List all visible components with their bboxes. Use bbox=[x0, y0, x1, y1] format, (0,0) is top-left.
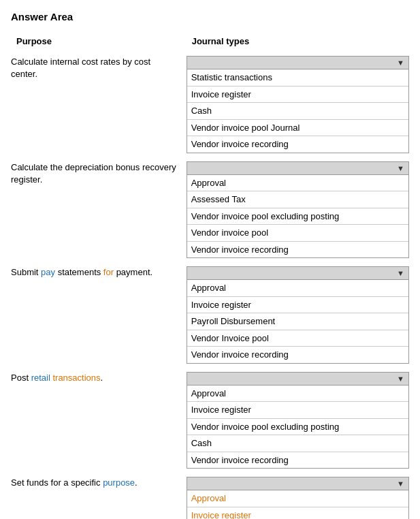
purpose-text: Post bbox=[11, 373, 31, 383]
table-row: Post retail transactions.▼ApprovalInvoic… bbox=[11, 368, 409, 473]
purpose-text: Set funds for a specific bbox=[11, 477, 103, 488]
purpose-cell-1: Calculate internal cost rates by cost ce… bbox=[11, 52, 178, 157]
dropdown-item[interactable]: Approval bbox=[187, 490, 408, 507]
dropdown-item[interactable]: Vendor invoice pool bbox=[187, 225, 408, 242]
dropdown-item[interactable]: Cash bbox=[187, 103, 408, 120]
dropdown-item[interactable]: Vendor invoice pool excluding posting bbox=[187, 419, 408, 436]
purpose-text-orange: for bbox=[103, 267, 114, 277]
chevron-down-icon: ▼ bbox=[397, 164, 404, 172]
journal-types-cell-2: ▼ApprovalAssessed TaxVendor invoice pool… bbox=[178, 157, 409, 263]
dropdown-header-1[interactable]: ▼ bbox=[187, 57, 408, 69]
dropdown-5[interactable]: ▼ApprovalInvoice registerVendor invoice … bbox=[187, 477, 409, 519]
chevron-down-icon: ▼ bbox=[397, 269, 404, 277]
chevron-down-icon: ▼ bbox=[397, 59, 404, 67]
purpose-text-blue: retail bbox=[31, 373, 50, 383]
dropdown-item[interactable]: Vendor invoice recording bbox=[187, 242, 408, 258]
dropdown-item[interactable]: Vendor invoice recording bbox=[187, 452, 408, 469]
purpose-text: . bbox=[101, 373, 103, 383]
purpose-text-blue: pay bbox=[41, 267, 55, 277]
journal-types-cell-4: ▼ApprovalInvoice registerVendor invoice … bbox=[178, 368, 409, 473]
dropdown-header-5[interactable]: ▼ bbox=[187, 477, 408, 490]
page-title: Answer Area bbox=[11, 11, 409, 22]
dropdown-item[interactable]: Approval bbox=[187, 280, 408, 297]
chevron-down-icon: ▼ bbox=[397, 375, 404, 383]
purpose-text-orange: transactions bbox=[52, 373, 100, 383]
dropdown-item[interactable]: Invoice register bbox=[187, 86, 408, 104]
chevron-down-icon: ▼ bbox=[397, 479, 404, 488]
dropdown-item[interactable]: Approval bbox=[187, 175, 408, 192]
table-row: Calculate the depreciation bonus recover… bbox=[11, 157, 409, 263]
dropdown-4[interactable]: ▼ApprovalInvoice registerVendor invoice … bbox=[187, 372, 409, 469]
dropdown-header-3[interactable]: ▼ bbox=[187, 267, 408, 280]
journal-types-cell-5: ▼ApprovalInvoice registerVendor invoice … bbox=[178, 473, 409, 519]
dropdown-item[interactable]: Payroll Disbursement bbox=[187, 313, 408, 330]
table-row: Set funds for a specific purpose.▼Approv… bbox=[11, 473, 409, 519]
purpose-text: . bbox=[135, 477, 138, 488]
dropdown-3[interactable]: ▼ApprovalInvoice registerPayroll Disburs… bbox=[187, 266, 409, 364]
purpose-cell-4: Post retail transactions. bbox=[11, 368, 178, 473]
dropdown-item[interactable]: Statistic transactions bbox=[187, 69, 408, 86]
dropdown-item[interactable]: Invoice register bbox=[187, 402, 408, 419]
dropdown-item[interactable]: Vendor invoice pool Journal bbox=[187, 120, 408, 137]
dropdown-item[interactable]: Invoice register bbox=[187, 507, 408, 520]
journal-types-cell-1: ▼Statistic transactionsInvoice registerC… bbox=[178, 52, 409, 157]
purpose-text: Calculate the depreciation bonus recover… bbox=[11, 162, 176, 185]
purpose-text: statements bbox=[55, 267, 103, 277]
column-header-journal-types: Journal types bbox=[178, 33, 409, 52]
dropdown-item[interactable]: Vendor Invoice pool bbox=[187, 330, 408, 347]
purpose-text: payment. bbox=[114, 267, 152, 277]
dropdown-1[interactable]: ▼Statistic transactionsInvoice registerC… bbox=[187, 56, 409, 153]
table-row: Submit pay statements for payment.▼Appro… bbox=[11, 262, 409, 368]
purpose-text-blue: purpose bbox=[103, 477, 135, 488]
dropdown-2[interactable]: ▼ApprovalAssessed TaxVendor invoice pool… bbox=[187, 161, 409, 259]
dropdown-item[interactable]: Vendor invoice recording bbox=[187, 347, 408, 363]
table-row: Calculate internal cost rates by cost ce… bbox=[11, 52, 409, 157]
purpose-cell-5: Set funds for a specific purpose. bbox=[11, 473, 178, 519]
dropdown-item[interactable]: Invoice register bbox=[187, 297, 408, 314]
dropdown-item[interactable]: Vendor invoice pool excluding posting bbox=[187, 208, 408, 225]
purpose-text: Submit bbox=[11, 267, 41, 277]
dropdown-item[interactable]: Assessed Tax bbox=[187, 191, 408, 208]
dropdown-header-2[interactable]: ▼ bbox=[187, 162, 408, 175]
dropdown-header-4[interactable]: ▼ bbox=[187, 373, 408, 386]
column-header-purpose: Purpose bbox=[11, 33, 178, 52]
purpose-text: Calculate internal cost rates by cost ce… bbox=[11, 57, 150, 79]
journal-types-cell-3: ▼ApprovalInvoice registerPayroll Disburs… bbox=[178, 262, 409, 368]
dropdown-item[interactable]: Cash bbox=[187, 435, 408, 452]
purpose-cell-3: Submit pay statements for payment. bbox=[11, 262, 178, 368]
purpose-cell-2: Calculate the depreciation bonus recover… bbox=[11, 157, 178, 263]
dropdown-item[interactable]: Approval bbox=[187, 386, 408, 403]
dropdown-item[interactable]: Vendor invoice recording bbox=[187, 136, 408, 153]
